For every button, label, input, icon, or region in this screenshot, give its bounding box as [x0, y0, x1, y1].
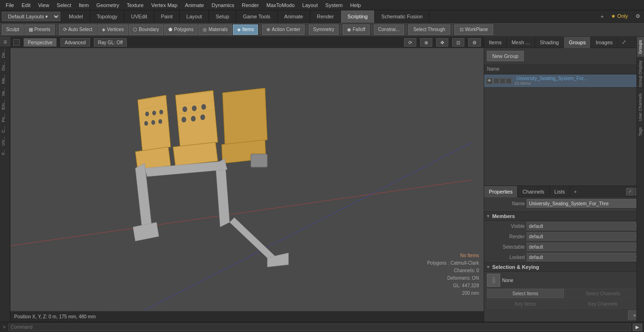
- viewport-lock-toggle[interactable]: [13, 39, 20, 46]
- left-tool-duplicate[interactable]: Du...: [0, 60, 10, 73]
- vertices-button[interactable]: ◈ Vertices: [98, 24, 128, 35]
- tab-model[interactable]: Model: [62, 10, 90, 23]
- tab-plus[interactable]: +: [597, 12, 607, 21]
- selectable-dropdown[interactable]: default ▼: [527, 243, 641, 251]
- tab-topology[interactable]: Topology: [90, 10, 124, 23]
- vtab-group-display[interactable]: Group Display: [637, 57, 644, 90]
- rp-tab-expand[interactable]: ⤢: [618, 38, 630, 47]
- vtab-user-channels[interactable]: User Channels: [637, 90, 644, 124]
- vtab-groups[interactable]: Groups: [637, 37, 644, 57]
- menu-view[interactable]: View: [34, 1, 53, 9]
- select-through-button[interactable]: Select Through: [408, 24, 451, 35]
- menu-system[interactable]: System: [322, 1, 347, 9]
- props-tab-plus[interactable]: +: [570, 187, 580, 196]
- menu-layout[interactable]: Layout: [298, 1, 322, 9]
- tab-game-tools[interactable]: Game Tools: [236, 10, 278, 23]
- menu-vertex-map[interactable]: Vertex Map: [148, 1, 182, 9]
- menu-maxtomodo[interactable]: MaxToModo: [263, 1, 298, 9]
- viewport-icon-rotate[interactable]: ⟳: [404, 38, 416, 47]
- left-tool-vertices[interactable]: Ve...: [0, 86, 10, 98]
- left-tool-mesh[interactable]: Me...: [0, 73, 10, 86]
- new-group-button[interactable]: New Group: [487, 51, 524, 61]
- tab-layout[interactable]: Layout: [180, 10, 209, 23]
- left-tool-edges[interactable]: Em...: [0, 98, 10, 112]
- left-tool-deform[interactable]: De...: [0, 47, 10, 60]
- tab-setup[interactable]: Setup: [209, 10, 236, 23]
- left-tool-c[interactable]: C...: [0, 124, 10, 135]
- prop-name-input[interactable]: [527, 199, 641, 208]
- key-channels-button[interactable]: Key Channels: [565, 299, 642, 308]
- select-items-button[interactable]: Select Items: [487, 289, 564, 298]
- item-box-1[interactable]: [494, 78, 499, 84]
- materials-button[interactable]: ◎ Materials: [198, 24, 232, 35]
- viewport-scene[interactable]: No Items Polygons : Catmull-Clark Channe…: [10, 48, 484, 310]
- props-tab-channels[interactable]: Channels: [518, 186, 549, 197]
- item-box-3[interactable]: [506, 78, 512, 84]
- vtab-tags[interactable]: Tags: [637, 124, 644, 139]
- keying-section-header[interactable]: ▼ Selection & Keying: [484, 262, 644, 272]
- left-tool-polygons[interactable]: Po...: [0, 112, 10, 124]
- viewport-icon-settings[interactable]: ⚙: [468, 38, 481, 47]
- viewport-icon-zoom[interactable]: ⊕: [420, 38, 432, 47]
- falloff-button[interactable]: ◉ Falloff: [343, 24, 370, 35]
- item-visibility-icon[interactable]: 👁: [486, 78, 493, 84]
- cmd-run-button[interactable]: ▶: [633, 324, 642, 331]
- items-button[interactable]: ◈ Items: [233, 24, 258, 35]
- rp-tab-groups[interactable]: Groups: [564, 37, 591, 48]
- left-tool-menu[interactable]: ≡: [0, 37, 10, 47]
- menu-help[interactable]: Help: [347, 1, 365, 9]
- menu-item[interactable]: Item: [75, 1, 92, 9]
- members-section-header[interactable]: ▼ Members: [484, 211, 644, 221]
- viewport-icon-pan[interactable]: ✥: [436, 38, 448, 47]
- menu-select[interactable]: Select: [53, 1, 75, 9]
- viewport[interactable]: Perspective Advanced Ray GL: Off ⟳ ⊕ ✥ ⊡…: [10, 37, 484, 322]
- tab-paint[interactable]: Paint: [154, 10, 180, 23]
- rp-tab-mesh[interactable]: Mesh ...: [507, 37, 535, 48]
- viewport-icon-frame[interactable]: ⊡: [452, 38, 464, 47]
- menu-render[interactable]: Render: [238, 1, 263, 9]
- star-only-label[interactable]: ★ Only: [607, 12, 632, 21]
- perspective-button[interactable]: Perspective: [24, 38, 57, 47]
- menu-geometry[interactable]: Geometry: [92, 1, 123, 9]
- sculpt-button[interactable]: Sculpt: [2, 24, 24, 35]
- action-center-button[interactable]: ⊕ Action Center: [262, 24, 305, 35]
- ray-gl-button[interactable]: Ray GL: Off: [94, 38, 127, 47]
- symmetry-button[interactable]: Symmetry: [309, 24, 339, 35]
- menu-file[interactable]: File: [2, 1, 18, 9]
- command-input[interactable]: [8, 324, 631, 331]
- item-box-2[interactable]: [500, 78, 505, 84]
- menu-animate[interactable]: Animate: [181, 1, 207, 9]
- tab-render[interactable]: Render: [310, 10, 341, 23]
- boundary-button[interactable]: ⬡ Boundary: [129, 24, 163, 35]
- settings-icon[interactable]: ⚙: [632, 12, 644, 21]
- select-channels-button[interactable]: Select Channels: [565, 289, 642, 298]
- presets-button[interactable]: ▦ Presets: [25, 24, 55, 35]
- item-row-main[interactable]: 👁 University_Seating_System_For... 15 It…: [484, 74, 644, 88]
- constraints-button[interactable]: Constrai...: [374, 24, 404, 35]
- left-tool-f[interactable]: F...: [0, 147, 10, 157]
- key-items-button[interactable]: Key Items: [487, 299, 564, 308]
- tab-schematic-fusion[interactable]: Schematic Fusion: [375, 10, 429, 23]
- rp-tab-items[interactable]: Items: [484, 37, 507, 48]
- render-dropdown[interactable]: default ▼: [527, 232, 641, 241]
- auto-select-button[interactable]: ⟳ Auto Select: [59, 24, 97, 35]
- layouts-selector[interactable]: Default Layouts ▾: [2, 12, 60, 21]
- rp-tab-shading[interactable]: Shading: [535, 37, 564, 48]
- tab-animate[interactable]: Animate: [278, 10, 310, 23]
- visible-dropdown[interactable]: default ▼: [527, 222, 641, 230]
- keying-icon-box[interactable]: ⣿: [487, 274, 500, 287]
- left-tool-uv[interactable]: UV...: [0, 135, 10, 147]
- advanced-button[interactable]: Advanced: [60, 38, 90, 47]
- tab-scripting[interactable]: Scripting: [341, 10, 375, 23]
- props-icon-1[interactable]: ⤢: [626, 188, 634, 195]
- rp-tab-images[interactable]: Images: [591, 37, 618, 48]
- props-tab-properties[interactable]: Properties: [484, 186, 518, 197]
- props-tab-lists[interactable]: Lists: [550, 186, 570, 197]
- tab-uvedit[interactable]: UVEdit: [124, 10, 154, 23]
- workplane-button[interactable]: ⊡ WorkPlane: [454, 24, 493, 35]
- menu-texture[interactable]: Texture: [123, 1, 148, 9]
- menu-dynamics[interactable]: Dynamics: [208, 1, 238, 9]
- locked-dropdown[interactable]: default ▼: [527, 253, 641, 261]
- menu-edit[interactable]: Edit: [18, 1, 34, 9]
- polygons-button[interactable]: ⬟ Polygons: [164, 24, 198, 35]
